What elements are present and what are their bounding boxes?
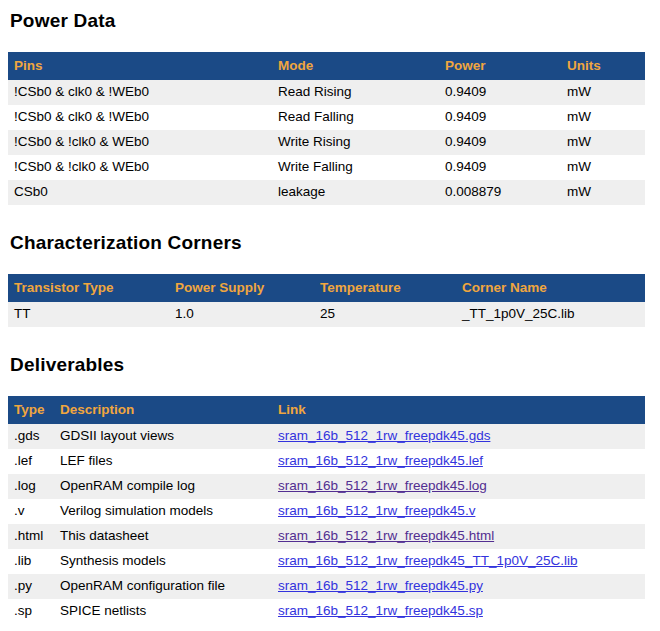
column-header: Power <box>439 52 561 80</box>
deliverables-section: Deliverables TypeDescriptionLink.gdsGDSI… <box>8 354 652 624</box>
table-cell: GDSII layout views <box>54 424 272 449</box>
table-cell: leakage <box>272 180 439 205</box>
table-cell: Read Rising <box>272 80 439 105</box>
header-row: TypeDescriptionLink <box>8 396 645 424</box>
table-row: !CSb0 & clk0 & !WEb0Read Falling0.9409mW <box>8 105 645 130</box>
table-cell: 1.0 <box>169 302 314 327</box>
table-cell: sram_16b_512_1rw_freepdk45.lef <box>272 449 645 474</box>
table-row: .lefLEF filessram_16b_512_1rw_freepdk45.… <box>8 449 645 474</box>
table-cell: 0.9409 <box>439 105 561 130</box>
table-cell: 25 <box>314 302 456 327</box>
table-cell: 0.9409 <box>439 155 561 180</box>
table-cell: 0.008879 <box>439 180 561 205</box>
column-header: Units <box>561 52 645 80</box>
characterization-corners-table: Transistor TypePower SupplyTemperatureCo… <box>8 274 645 327</box>
table-cell: !CSb0 & clk0 & !WEb0 <box>8 105 272 130</box>
table-cell: sram_16b_512_1rw_freepdk45.gds <box>272 424 645 449</box>
deliverable-link[interactable]: sram_16b_512_1rw_freepdk45.py <box>278 578 483 593</box>
table-cell: SPICE netlists <box>54 599 272 624</box>
column-header: Description <box>54 396 272 424</box>
deliverable-link[interactable]: sram_16b_512_1rw_freepdk45.v <box>278 503 475 518</box>
table-cell: OpenRAM configuration file <box>54 574 272 599</box>
deliverable-link[interactable]: sram_16b_512_1rw_freepdk45_TT_1p0V_25C.l… <box>278 553 577 568</box>
table-row: TT1.025_TT_1p0V_25C.lib <box>8 302 645 327</box>
table-cell: OpenRAM compile log <box>54 474 272 499</box>
table-cell: _TT_1p0V_25C.lib <box>456 302 645 327</box>
deliverable-link[interactable]: sram_16b_512_1rw_freepdk45.sp <box>278 603 483 618</box>
table-cell: sram_16b_512_1rw_freepdk45.py <box>272 574 645 599</box>
table-cell: LEF files <box>54 449 272 474</box>
table-cell: .gds <box>8 424 54 449</box>
table-cell: .v <box>8 499 54 524</box>
table-cell: .py <box>8 574 54 599</box>
deliverable-link[interactable]: sram_16b_512_1rw_freepdk45.html <box>278 528 494 543</box>
column-header: Type <box>8 396 54 424</box>
column-header: Pins <box>8 52 272 80</box>
table-cell: !CSb0 & !clk0 & WEb0 <box>8 130 272 155</box>
table-row: !CSb0 & !clk0 & WEb0Write Rising0.9409mW <box>8 130 645 155</box>
deliverable-link[interactable]: sram_16b_512_1rw_freepdk45.lef <box>278 453 483 468</box>
table-cell: !CSb0 & clk0 & !WEb0 <box>8 80 272 105</box>
table-cell: sram_16b_512_1rw_freepdk45_TT_1p0V_25C.l… <box>272 549 645 574</box>
table-cell: This datasheet <box>54 524 272 549</box>
table-cell: .lib <box>8 549 54 574</box>
table-row: .libSynthesis modelssram_16b_512_1rw_fre… <box>8 549 645 574</box>
table-row: .vVerilog simulation modelssram_16b_512_… <box>8 499 645 524</box>
power-data-table: PinsModePowerUnits!CSb0 & clk0 & !WEb0Re… <box>8 52 645 205</box>
column-header: Corner Name <box>456 274 645 302</box>
table-cell: sram_16b_512_1rw_freepdk45.log <box>272 474 645 499</box>
table-cell: CSb0 <box>8 180 272 205</box>
table-cell: Read Falling <box>272 105 439 130</box>
power-data-heading: Power Data <box>10 10 652 32</box>
table-cell: Verilog simulation models <box>54 499 272 524</box>
table-cell: sram_16b_512_1rw_freepdk45.sp <box>272 599 645 624</box>
table-cell: .lef <box>8 449 54 474</box>
table-cell: mW <box>561 180 645 205</box>
header-row: Transistor TypePower SupplyTemperatureCo… <box>8 274 645 302</box>
table-cell: .log <box>8 474 54 499</box>
table-cell: mW <box>561 80 645 105</box>
column-header: Mode <box>272 52 439 80</box>
column-header: Power Supply <box>169 274 314 302</box>
table-row: .spSPICE netlistssram_16b_512_1rw_freepd… <box>8 599 645 624</box>
deliverable-link[interactable]: sram_16b_512_1rw_freepdk45.gds <box>278 428 490 443</box>
table-cell: .html <box>8 524 54 549</box>
table-row: .pyOpenRAM configuration filesram_16b_51… <box>8 574 645 599</box>
table-cell: mW <box>561 130 645 155</box>
table-row: !CSb0 & clk0 & !WEb0Read Rising0.9409mW <box>8 80 645 105</box>
table-cell: .sp <box>8 599 54 624</box>
table-row: !CSb0 & !clk0 & WEb0Write Falling0.9409m… <box>8 155 645 180</box>
table-cell: Synthesis models <box>54 549 272 574</box>
power-data-section: Power Data PinsModePowerUnits!CSb0 & clk… <box>8 10 652 205</box>
table-row: .logOpenRAM compile logsram_16b_512_1rw_… <box>8 474 645 499</box>
table-cell: sram_16b_512_1rw_freepdk45.html <box>272 524 645 549</box>
column-header: Temperature <box>314 274 456 302</box>
table-cell: Write Falling <box>272 155 439 180</box>
column-header: Link <box>272 396 645 424</box>
table-row: .htmlThis datasheetsram_16b_512_1rw_free… <box>8 524 645 549</box>
deliverables-heading: Deliverables <box>10 354 652 376</box>
deliverable-link[interactable]: sram_16b_512_1rw_freepdk45.log <box>278 478 487 493</box>
table-cell: Write Rising <box>272 130 439 155</box>
table-cell: sram_16b_512_1rw_freepdk45.v <box>272 499 645 524</box>
header-row: PinsModePowerUnits <box>8 52 645 80</box>
column-header: Transistor Type <box>8 274 169 302</box>
characterization-corners-heading: Characterization Corners <box>10 232 652 254</box>
table-cell: !CSb0 & !clk0 & WEb0 <box>8 155 272 180</box>
table-cell: mW <box>561 155 645 180</box>
deliverables-table: TypeDescriptionLink.gdsGDSII layout view… <box>8 396 645 624</box>
table-cell: TT <box>8 302 169 327</box>
table-cell: 0.9409 <box>439 130 561 155</box>
table-row: .gdsGDSII layout viewssram_16b_512_1rw_f… <box>8 424 645 449</box>
characterization-corners-section: Characterization Corners Transistor Type… <box>8 232 652 327</box>
table-cell: 0.9409 <box>439 80 561 105</box>
table-cell: mW <box>561 105 645 130</box>
table-row: CSb0leakage0.008879mW <box>8 180 645 205</box>
